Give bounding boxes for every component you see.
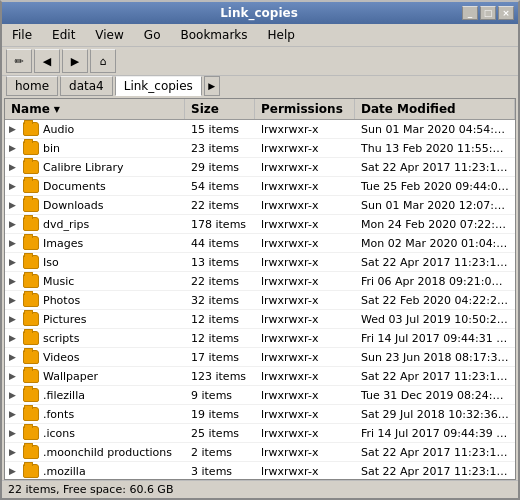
file-name-text: Audio bbox=[43, 123, 74, 136]
expand-arrow[interactable]: ▶ bbox=[9, 314, 19, 324]
file-name-text: Calibre Library bbox=[43, 161, 124, 174]
expand-arrow[interactable]: ▶ bbox=[9, 162, 19, 172]
expand-arrow[interactable]: ▶ bbox=[9, 390, 19, 400]
table-row[interactable]: ▶ Audio 15 items lrwxrwxr-x Sun 01 Mar 2… bbox=[5, 120, 515, 139]
file-name-cell: ▶ Calibre Library bbox=[5, 158, 185, 176]
file-name-text: Wallpaper bbox=[43, 370, 98, 383]
expand-arrow[interactable]: ▶ bbox=[9, 428, 19, 438]
col-header-name[interactable]: Name ▼ bbox=[5, 99, 185, 119]
expand-arrow[interactable]: ▶ bbox=[9, 219, 19, 229]
menu-file[interactable]: File bbox=[6, 26, 38, 44]
table-row[interactable]: ▶ .moonchild productions 2 items lrwxrwx… bbox=[5, 443, 515, 462]
menu-edit[interactable]: Edit bbox=[46, 26, 81, 44]
table-row[interactable]: ▶ .filezilla 9 items lrwxrwxr-x Tue 31 D… bbox=[5, 386, 515, 405]
menu-bookmarks[interactable]: Bookmarks bbox=[174, 26, 253, 44]
file-size-cell: 15 items bbox=[185, 121, 255, 138]
table-row[interactable]: ▶ .fonts 19 items lrwxrwxr-x Sat 29 Jul … bbox=[5, 405, 515, 424]
file-date-cell: Sun 01 Mar 2020 12:07:34 PM PST bbox=[355, 197, 515, 214]
table-row[interactable]: ▶ .mozilla 3 items lrwxrwxr-x Sat 22 Apr… bbox=[5, 462, 515, 479]
file-date-cell: Sat 22 Apr 2017 11:23:17 AM PDT bbox=[355, 368, 515, 385]
file-name-text: Downloads bbox=[43, 199, 103, 212]
file-date-cell: Mon 24 Feb 2020 07:22:14 PM PST bbox=[355, 216, 515, 233]
file-perms-cell: lrwxrwxr-x bbox=[255, 235, 355, 252]
back-button[interactable]: ◀ bbox=[34, 49, 60, 73]
table-row[interactable]: ▶ Pictures 12 items lrwxrwxr-x Wed 03 Ju… bbox=[5, 310, 515, 329]
table-row[interactable]: ▶ dvd_rips 178 items lrwxrwxr-x Mon 24 F… bbox=[5, 215, 515, 234]
expand-arrow[interactable]: ▶ bbox=[9, 333, 19, 343]
window-controls: _ □ × bbox=[462, 6, 514, 20]
col-header-size[interactable]: Size bbox=[185, 99, 255, 119]
expand-arrow[interactable]: ▶ bbox=[9, 409, 19, 419]
column-headers: Name ▼ Size Permissions Date Modified bbox=[5, 99, 515, 120]
expand-arrow[interactable]: ▶ bbox=[9, 295, 19, 305]
file-size-cell: 25 items bbox=[185, 425, 255, 442]
expand-arrow[interactable]: ▶ bbox=[9, 200, 19, 210]
menu-help[interactable]: Help bbox=[262, 26, 301, 44]
maximize-button[interactable]: □ bbox=[480, 6, 496, 20]
breadcrumb-home[interactable]: home bbox=[6, 76, 58, 96]
table-row[interactable]: ▶ Wallpaper 123 items lrwxrwxr-x Sat 22 … bbox=[5, 367, 515, 386]
expand-arrow[interactable]: ▶ bbox=[9, 181, 19, 191]
file-perms-cell: lrwxrwxr-x bbox=[255, 254, 355, 271]
folder-icon bbox=[23, 331, 39, 345]
table-row[interactable]: ▶ Videos 17 items lrwxrwxr-x Sun 23 Jun … bbox=[5, 348, 515, 367]
table-row[interactable]: ▶ scripts 12 items lrwxrwxr-x Fri 14 Jul… bbox=[5, 329, 515, 348]
breadcrumb-link-copies[interactable]: Link_copies bbox=[115, 76, 202, 96]
file-date-cell: Sat 22 Apr 2017 11:23:17 AM PDT bbox=[355, 444, 515, 461]
expand-arrow[interactable]: ▶ bbox=[9, 257, 19, 267]
expand-arrow[interactable]: ▶ bbox=[9, 276, 19, 286]
expand-arrow[interactable]: ▶ bbox=[9, 466, 19, 476]
file-name-cell: ▶ Wallpaper bbox=[5, 367, 185, 385]
expand-arrow[interactable]: ▶ bbox=[9, 352, 19, 362]
window-title: Link_copies bbox=[56, 6, 462, 20]
menu-view[interactable]: View bbox=[89, 26, 129, 44]
folder-icon bbox=[23, 160, 39, 174]
expand-arrow[interactable]: ▶ bbox=[9, 447, 19, 457]
table-row[interactable]: ▶ bin 23 items lrwxrwxr-x Thu 13 Feb 202… bbox=[5, 139, 515, 158]
folder-icon bbox=[23, 255, 39, 269]
file-size-cell: 44 items bbox=[185, 235, 255, 252]
file-date-cell: Wed 03 Jul 2019 10:50:20 AM PDT bbox=[355, 311, 515, 328]
file-date-cell: Sat 29 Jul 2018 10:32:36 AM PDT bbox=[355, 406, 515, 423]
table-row[interactable]: ▶ Photos 32 items lrwxrwxr-x Sat 22 Feb … bbox=[5, 291, 515, 310]
table-row[interactable]: ▶ Downloads 22 items lrwxrwxr-x Sun 01 M… bbox=[5, 196, 515, 215]
close-button[interactable]: × bbox=[498, 6, 514, 20]
minimize-button[interactable]: _ bbox=[462, 6, 478, 20]
table-row[interactable]: ▶ Calibre Library 29 items lrwxrwxr-x Sa… bbox=[5, 158, 515, 177]
expand-arrow[interactable]: ▶ bbox=[9, 238, 19, 248]
edit-button[interactable]: ✏ bbox=[6, 49, 32, 73]
more-paths-arrow[interactable]: ▶ bbox=[204, 76, 220, 96]
file-date-cell: Sat 22 Feb 2020 04:22:24 PM PST bbox=[355, 292, 515, 309]
file-perms-cell: lrwxrwxr-x bbox=[255, 463, 355, 480]
file-name-text: bin bbox=[43, 142, 60, 155]
home-button[interactable]: ⌂ bbox=[90, 49, 116, 73]
table-row[interactable]: ▶ Iso 13 items lrwxrwxr-x Sat 22 Apr 201… bbox=[5, 253, 515, 272]
file-perms-cell: lrwxrwxr-x bbox=[255, 406, 355, 423]
status-text: 22 items, Free space: 60.6 GB bbox=[8, 483, 173, 496]
file-date-cell: Sat 22 Apr 2017 11:23:17 AM PDT bbox=[355, 159, 515, 176]
expand-arrow[interactable]: ▶ bbox=[9, 124, 19, 134]
col-header-permissions[interactable]: Permissions bbox=[255, 99, 355, 119]
file-name-text: Images bbox=[43, 237, 83, 250]
expand-arrow[interactable]: ▶ bbox=[9, 143, 19, 153]
table-row[interactable]: ▶ Documents 54 items lrwxrwxr-x Tue 25 F… bbox=[5, 177, 515, 196]
file-list[interactable]: ▶ Audio 15 items lrwxrwxr-x Sun 01 Mar 2… bbox=[5, 120, 515, 479]
file-name-cell: ▶ bin bbox=[5, 139, 185, 157]
table-row[interactable]: ▶ .icons 25 items lrwxrwxr-x Fri 14 Jul … bbox=[5, 424, 515, 443]
table-row[interactable]: ▶ Music 22 items lrwxrwxr-x Fri 06 Apr 2… bbox=[5, 272, 515, 291]
folder-icon bbox=[23, 445, 39, 459]
file-size-cell: 19 items bbox=[185, 406, 255, 423]
file-name-text: Videos bbox=[43, 351, 80, 364]
file-name-text: Iso bbox=[43, 256, 59, 269]
table-row[interactable]: ▶ Images 44 items lrwxrwxr-x Mon 02 Mar … bbox=[5, 234, 515, 253]
breadcrumb-data4[interactable]: data4 bbox=[60, 76, 113, 96]
forward-button[interactable]: ▶ bbox=[62, 49, 88, 73]
folder-icon bbox=[23, 198, 39, 212]
col-header-date[interactable]: Date Modified bbox=[355, 99, 515, 119]
expand-arrow[interactable]: ▶ bbox=[9, 371, 19, 381]
file-name-cell: ▶ .moonchild productions bbox=[5, 443, 185, 461]
file-date-cell: Mon 02 Mar 2020 01:04:46 PM PST bbox=[355, 235, 515, 252]
file-size-cell: 23 items bbox=[185, 140, 255, 157]
file-perms-cell: lrwxrwxr-x bbox=[255, 425, 355, 442]
menu-go[interactable]: Go bbox=[138, 26, 167, 44]
